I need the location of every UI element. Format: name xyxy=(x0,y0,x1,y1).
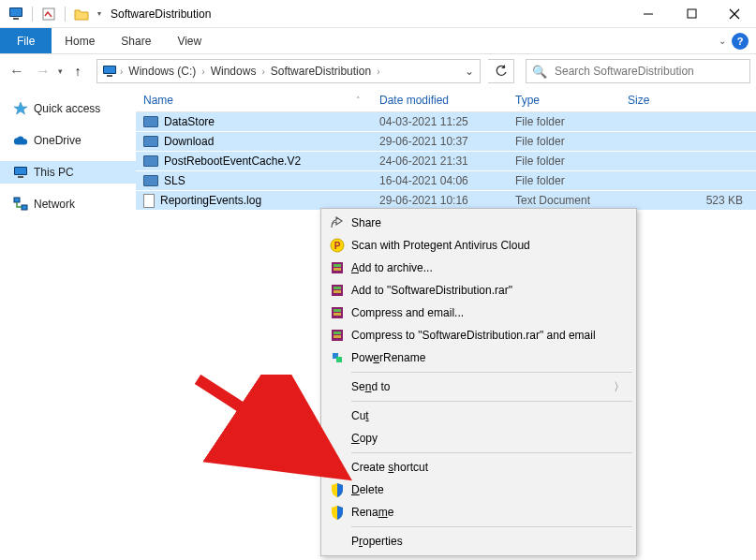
chevron-right-icon[interactable]: › xyxy=(375,66,381,77)
sidebar-item-label: Network xyxy=(34,198,75,211)
cm-delete[interactable]: Delete xyxy=(323,479,634,501)
table-row[interactable]: Download29-06-2021 10:37File folder xyxy=(136,132,756,152)
breadcrumb-item[interactable]: Windows xyxy=(207,65,260,78)
minimize-button[interactable] xyxy=(627,0,670,28)
svg-rect-2 xyxy=(13,18,19,20)
shield-icon xyxy=(329,481,346,498)
folder-icon xyxy=(143,116,158,127)
chevron-right-icon[interactable]: › xyxy=(259,66,266,77)
folder-icon xyxy=(143,136,158,147)
cm-cut[interactable]: Cut xyxy=(323,405,634,427)
separator xyxy=(32,7,33,22)
breadcrumb-item[interactable]: Windows (C:) xyxy=(125,65,200,78)
folder-icon[interactable] xyxy=(73,6,90,22)
cm-label: Copy xyxy=(351,432,378,445)
pc-icon xyxy=(13,165,28,180)
app-icon xyxy=(7,6,24,22)
separator xyxy=(351,526,632,527)
sidebar-item-this-pc[interactable]: This PC xyxy=(0,161,136,184)
cm-copy[interactable]: Copy xyxy=(323,427,634,449)
folder-icon xyxy=(143,155,158,167)
cm-share[interactable]: Share xyxy=(323,212,634,234)
history-dropdown-icon[interactable]: ▾ xyxy=(58,66,63,76)
svg-rect-12 xyxy=(15,168,26,174)
winrar-icon xyxy=(329,304,346,321)
sort-indicator-icon: ˄ xyxy=(356,96,361,105)
share-tab[interactable]: Share xyxy=(108,28,164,53)
cm-create-shortcut[interactable]: Create shortcut xyxy=(323,456,634,479)
cm-label: Compress to "SoftwareDistribution.rar" a… xyxy=(351,329,596,342)
network-icon xyxy=(13,197,28,212)
file-tab[interactable]: File xyxy=(0,28,52,53)
cm-properties[interactable]: Properties xyxy=(323,530,634,553)
winrar-icon xyxy=(329,259,346,276)
quick-access-toolbar: ▾ xyxy=(0,6,101,22)
column-header-date[interactable]: Date modified xyxy=(379,94,515,107)
column-header-name[interactable]: Name ˄ xyxy=(136,94,379,107)
submenu-arrow-icon: 〉 xyxy=(614,379,625,395)
sidebar-item-onedrive[interactable]: OneDrive xyxy=(0,129,136,152)
search-input[interactable] xyxy=(553,64,744,79)
file-type: File folder xyxy=(515,174,628,187)
cm-compress-email[interactable]: Compress and email... xyxy=(323,302,634,324)
cm-add-archive[interactable]: Add to archive... xyxy=(323,257,634,279)
cm-powerrename[interactable]: PowerRename xyxy=(323,346,634,369)
cm-add-rar[interactable]: Add to "SoftwareDistribution.rar" xyxy=(323,279,634,302)
properties-icon[interactable] xyxy=(40,6,57,22)
cm-label: Compress and email... xyxy=(351,306,464,319)
cm-compress-rar-email[interactable]: Compress to "SoftwareDistribution.rar" a… xyxy=(323,324,634,346)
home-tab[interactable]: Home xyxy=(52,28,108,53)
separator xyxy=(351,452,632,453)
cm-label: Create shortcut xyxy=(351,461,428,474)
sidebar-item-quick-access[interactable]: Quick access xyxy=(0,97,136,120)
close-button[interactable] xyxy=(713,0,756,28)
svg-rect-15 xyxy=(22,205,27,210)
svg-rect-19 xyxy=(334,264,341,267)
file-date: 16-04-2021 04:06 xyxy=(379,174,515,187)
file-name: ReportingEvents.log xyxy=(160,194,261,207)
file-name: Download xyxy=(164,135,214,148)
sidebar-item-network[interactable]: Network xyxy=(0,193,136,215)
column-headers[interactable]: Name ˄ Date modified Type Size xyxy=(136,88,756,112)
address-dropdown-icon[interactable]: ⌄ xyxy=(459,65,480,78)
breadcrumb-item[interactable]: SoftwareDistribution xyxy=(267,65,375,78)
cm-scan[interactable]: P Scan with Protegent Antivirus Cloud xyxy=(323,234,634,257)
forward-button[interactable]: → xyxy=(32,60,54,82)
cm-label: Share xyxy=(351,216,381,229)
view-tab[interactable]: View xyxy=(164,28,215,53)
table-row[interactable]: PostRebootEventCache.V224-06-2021 21:31F… xyxy=(136,152,756,171)
file-date: 24-06-2021 21:31 xyxy=(379,155,515,168)
ribbon-collapse-icon[interactable]: ⌄ xyxy=(719,36,726,46)
file-name: DataStore xyxy=(164,115,215,128)
file-date: 29-06-2021 10:37 xyxy=(379,135,515,148)
winrar-icon xyxy=(329,327,346,344)
svg-rect-28 xyxy=(334,332,341,334)
location-icon xyxy=(101,63,118,80)
search-box[interactable]: 🔍 xyxy=(526,59,750,83)
up-button[interactable]: ↑ xyxy=(67,60,89,82)
chevron-right-icon[interactable]: › xyxy=(118,66,125,77)
refresh-button[interactable] xyxy=(488,59,514,83)
cm-label: Properties xyxy=(351,535,403,548)
svg-rect-9 xyxy=(104,66,115,73)
chevron-down-icon[interactable]: ▾ xyxy=(97,9,101,18)
svg-rect-14 xyxy=(14,198,20,202)
chevron-right-icon[interactable]: › xyxy=(200,66,206,77)
file-name: SLS xyxy=(164,174,185,187)
file-type: File folder xyxy=(515,115,628,128)
address-bar[interactable]: › Windows (C:) › Windows › SoftwareDistr… xyxy=(96,59,481,83)
back-button[interactable]: ← xyxy=(6,60,28,82)
table-row[interactable]: SLS16-04-2021 04:06File folder xyxy=(136,171,756,191)
maximize-button[interactable] xyxy=(670,0,713,28)
cloud-icon xyxy=(13,133,28,148)
column-header-size[interactable]: Size xyxy=(628,94,756,107)
svg-rect-10 xyxy=(107,75,112,77)
column-header-type[interactable]: Type xyxy=(515,94,628,107)
table-row[interactable]: DataStore04-03-2021 11:25File folder xyxy=(136,112,756,132)
navigation-pane: Quick access OneDrive This PC Network xyxy=(0,88,136,560)
cm-rename[interactable]: Rename xyxy=(323,501,634,523)
context-menu: Share P Scan with Protegent Antivirus Cl… xyxy=(320,208,637,556)
help-icon[interactable]: ? xyxy=(732,33,749,50)
cm-label: Scan with Protegent Antivirus Cloud xyxy=(351,239,530,252)
cm-send-to[interactable]: Send to 〉 xyxy=(323,376,634,398)
